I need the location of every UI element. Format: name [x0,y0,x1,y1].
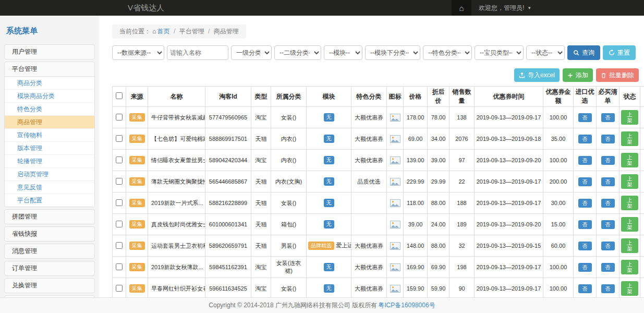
status-button[interactable]: 上架 [621,174,638,189]
status-select[interactable]: --状态-- [526,45,565,60]
cell-select [113,257,126,278]
add-button[interactable]: 添加 [563,68,593,82]
sidebar-item-1-2[interactable]: 特色分类 [5,103,94,116]
must-buy-toggle[interactable]: 否 [601,263,615,272]
sidebar-group-5[interactable]: 订单管理 [5,261,94,275]
status-button[interactable]: 上架 [621,260,638,274]
level2-category-select[interactable]: --二级分类-- [274,45,321,60]
footer: Copyright © 2014-2018 广州九驰网络科技有限公司 版权所有 … [0,297,644,313]
sidebar-menu: 用户管理平台管理商品分类模块商品分类特色分类商品管理宣传物料版本管理轮播管理启动… [4,44,95,297]
must-buy-toggle[interactable]: 否 [601,199,615,208]
status-button[interactable]: 上架 [621,131,638,146]
level1-category-select[interactable]: 一级分类 [231,45,272,60]
row-checkbox[interactable] [116,285,123,292]
cell-module: 无 [307,257,351,278]
row-checkbox[interactable] [116,114,123,121]
row-checkbox[interactable] [116,221,123,227]
cell-operations [640,257,644,278]
search-button[interactable]: 查询 [567,45,600,60]
sidebar-item-1-5[interactable]: 版本管理 [5,142,94,155]
import-select-toggle[interactable]: 否 [578,199,592,208]
column-header-6: 特色分类 [351,87,387,107]
item-type-select[interactable]: --宝贝类型-- [475,45,524,60]
column-header-15: 状态 [619,87,640,107]
sidebar-group-4[interactable]: 消息管理 [5,244,94,258]
status-button[interactable]: 上架 [621,110,638,125]
menu-group-5: 订单管理 [4,261,95,276]
sidebar-title: 系统菜单 [4,22,95,44]
status-button[interactable]: 上架 [621,217,638,232]
cell-taoke-id: 565446685867 [205,171,251,192]
must-buy-toggle[interactable]: 否 [601,177,615,186]
sidebar-item-1-9[interactable]: 平台配置 [5,194,94,207]
status-button[interactable]: 上架 [621,153,638,167]
import-select-toggle[interactable]: 否 [578,220,592,229]
row-checkbox[interactable] [116,135,123,142]
import-select-toggle[interactable]: 否 [578,284,592,293]
sidebar-group-6[interactable]: 兑换管理 [5,279,94,293]
cell-coupon-amount: 15.00 [543,214,574,235]
import-select-toggle[interactable]: 否 [578,135,592,143]
cell-sales: 198 [449,257,475,278]
cell-select [113,278,126,298]
cell-source: 采集 [126,150,148,171]
product-name-input[interactable] [167,45,228,60]
must-buy-toggle[interactable]: 否 [601,284,615,293]
import-select-toggle[interactable]: 否 [578,263,592,272]
product-image [390,221,400,228]
user-dropdown[interactable]: 欢迎您，管理员! ▼ [479,4,531,13]
sidebar-group-0[interactable]: 用户管理 [5,45,94,59]
row-checkbox[interactable] [116,199,123,206]
must-buy-toggle[interactable]: 否 [601,156,615,165]
import-select-toggle[interactable]: 否 [578,156,592,165]
status-button[interactable]: 上架 [621,196,638,210]
sidebar-item-1-8[interactable]: 意见反馈 [5,181,94,194]
row-checkbox[interactable] [116,156,123,163]
must-buy-toggle[interactable]: 否 [601,242,615,250]
home-button[interactable]: ⌂ [452,0,471,16]
breadcrumb-item-platform: 平台管理 [179,28,204,35]
sidebar-group-2[interactable]: 拼团管理 [5,210,94,224]
must-buy-toggle[interactable]: 否 [601,220,615,229]
must-buy-toggle[interactable]: 否 [601,113,615,122]
sidebar-group-1[interactable]: 平台管理 [5,62,94,76]
status-button[interactable]: 上架 [621,281,638,296]
import-excel-button[interactable]: 导入excel [514,68,560,82]
feature-category-select[interactable]: --特色分类-- [423,45,472,60]
data-source-select[interactable]: --数据来源-- [112,45,164,60]
sidebar-group-3[interactable]: 省钱快报 [5,227,94,241]
cell-operations [640,150,644,171]
import-select-toggle[interactable]: 否 [578,113,592,122]
breadcrumb-home-link[interactable]: ⌂首页 [152,28,169,35]
batch-delete-button[interactable]: 批量删除 [596,68,639,82]
row-checkbox[interactable] [116,242,123,249]
table-row: 采集【七色纺】可爱纯棉家...588869917501天猫内衣()无大额优惠券6… [113,128,644,150]
source-badge: 采集 [129,156,145,164]
must-buy-toggle[interactable]: 否 [601,135,615,143]
module-select[interactable]: --模块-- [324,45,362,60]
import-select-toggle[interactable]: 否 [578,177,592,186]
menu-group-3: 省钱快报 [4,226,95,242]
sidebar-item-1-3[interactable]: 商品管理 [5,116,94,129]
cell-operations [640,192,644,214]
module-subcategory-select[interactable]: --模块下分类-- [365,45,420,60]
sidebar-item-1-6[interactable]: 轮播管理 [5,155,94,168]
table-row: 采集牛仔背带裤女秋装减龄...577479560965淘宝女装()无大额优惠券1… [113,107,644,128]
row-checkbox[interactable] [116,178,123,185]
import-select-toggle[interactable]: 否 [578,242,592,250]
cell-must-buy: 否 [597,107,619,128]
sidebar-item-1-4[interactable]: 宣传物料 [5,129,94,142]
cell-category: 男装() [271,235,307,257]
status-button[interactable]: 上架 [621,238,638,253]
filter-bar: --数据来源--一级分类--二级分类----模块----模块下分类----特色分… [112,45,639,60]
sidebar-item-1-0[interactable]: 商品分类 [5,77,94,90]
sidebar-item-1-1[interactable]: 模块商品分类 [5,90,94,103]
cell-feature-category: 大额优惠券 [351,257,387,278]
reset-button[interactable]: 重置 [603,45,636,60]
row-checkbox[interactable] [116,263,123,270]
cell-select [113,192,126,214]
icp-link[interactable]: 粤ICP备16098006号 [378,301,435,310]
cell-sales: 97 [449,150,475,171]
select-all-checkbox[interactable] [116,92,123,99]
sidebar-item-1-7[interactable]: 启动页管理 [5,168,94,181]
